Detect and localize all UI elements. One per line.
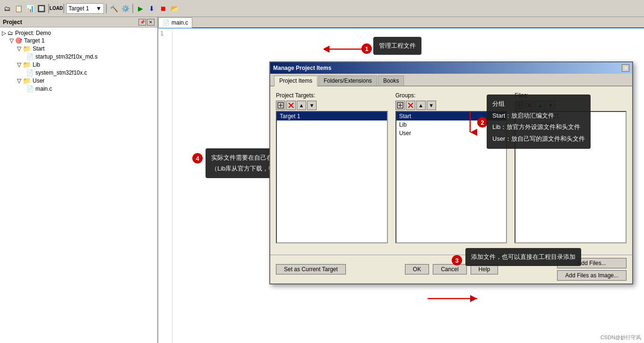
groups-toolbar: ▲ ▼ xyxy=(395,101,507,110)
project-tree: ▷ 🗂 Project: Demo ▽ 🎯 Target 1 ▽ 📁 Start xyxy=(0,27,157,343)
toolbar-icon-4[interactable]: 🔲 xyxy=(36,3,46,14)
tab-label: main.c xyxy=(172,19,188,26)
groups-up-btn[interactable]: ▲ xyxy=(416,101,426,110)
files-toolbar: ▲ ▼ xyxy=(515,101,627,110)
target-label: Target 1 xyxy=(69,5,89,12)
footer-left: Set as Current Target xyxy=(276,264,346,274)
panel-pin-btn[interactable]: 📌 xyxy=(138,19,146,26)
tree-item-startup[interactable]: 📄 startup_stm32f10x_md.s xyxy=(0,53,157,60)
groups-delete-btn[interactable] xyxy=(406,101,415,110)
toolbar-icon-stop[interactable]: ⏹ xyxy=(158,3,168,14)
groups-column: Groups: ▲ ▼ Start xyxy=(395,92,507,243)
tree-item-user[interactable]: ▽ 📁 User xyxy=(0,77,157,85)
panel-controls: 📌 ✕ xyxy=(138,19,155,26)
tree-label-lib: Lib xyxy=(33,61,40,68)
files-delete-btn[interactable] xyxy=(525,101,534,110)
targets-toolbar: ▲ ▼ xyxy=(276,101,388,110)
dialog-tab-project-items[interactable]: Project Items xyxy=(274,76,318,86)
dialog-tab-folders[interactable]: Folders/Extensions xyxy=(318,76,377,86)
toolbar-icon-1[interactable]: 🗂 xyxy=(2,3,12,14)
toolbar-icon-manage[interactable]: 📂 xyxy=(169,3,180,14)
file-item-1[interactable]: startup_stm32f1... xyxy=(515,112,626,120)
dialog-tabs: Project Items Folders/Extensions Books xyxy=(270,74,632,86)
toolbar-separator-3 xyxy=(106,4,107,13)
tab-main-c[interactable]: 📄 main.c xyxy=(158,17,192,28)
ok-btn[interactable]: OK xyxy=(405,264,429,274)
files-label: Files: xyxy=(515,92,627,99)
tree-item-main[interactable]: 📄 main.c xyxy=(0,85,157,93)
dialog-title: Manage Project Items xyxy=(273,65,331,71)
tab-icon: 📄 xyxy=(163,19,170,26)
files-down-btn[interactable]: ▼ xyxy=(546,101,555,110)
panel-title: Project xyxy=(3,19,22,26)
files-new-btn[interactable] xyxy=(515,101,524,110)
set-current-target-btn[interactable]: Set as Current Target xyxy=(276,264,346,274)
line-numbers: 1 xyxy=(158,28,172,343)
footer-center: OK Cancel Help xyxy=(405,264,498,274)
help-btn[interactable]: Help xyxy=(471,264,498,274)
tree-item-lib[interactable]: ▽ 📁 Lib xyxy=(0,60,157,69)
toolbar-icon-load[interactable]: LOAD xyxy=(51,3,61,14)
tree-label-start: Start xyxy=(33,45,44,52)
groups-down-btn[interactable]: ▼ xyxy=(427,101,436,110)
tree-item-target[interactable]: ▽ 🎯 Target 1 xyxy=(0,37,157,44)
tree-item-start[interactable]: ▽ 📁 Start xyxy=(0,44,157,53)
files-column: Files: ▲ ▼ startup_stm32f1... startup xyxy=(515,92,627,243)
groups-new-btn[interactable] xyxy=(395,101,405,110)
groups-label: Groups: xyxy=(395,92,507,99)
targets-list[interactable]: Target 1 xyxy=(276,111,388,243)
manage-project-dialog[interactable]: Manage Project Items ✕ Project Items Fol… xyxy=(269,61,633,284)
tree-item-root[interactable]: ▷ 🗂 Project: Demo xyxy=(0,29,157,37)
tooltip-1: 管理工程文件 xyxy=(373,37,421,55)
add-files-image-btn[interactable]: Add Files as Image... xyxy=(557,270,627,281)
toolbar-icon-rebuild[interactable]: ⚙️ xyxy=(120,3,130,14)
panel-header: Project 📌 ✕ xyxy=(0,17,157,27)
target-dropdown[interactable]: Target 1 ▼ xyxy=(66,3,104,14)
tab-bar: 📄 main.c xyxy=(158,17,644,28)
toolbar-icon-flash[interactable]: ⬇ xyxy=(146,3,157,14)
tree-label-root: Project: Demo xyxy=(15,30,51,36)
project-targets-label: Project Targets: xyxy=(276,92,388,99)
toolbar-icon-2[interactable]: 📋 xyxy=(13,3,24,14)
targets-down-btn[interactable]: ▼ xyxy=(307,101,317,110)
dropdown-arrow: ▼ xyxy=(96,5,102,12)
toolbar-separator-4 xyxy=(132,4,133,13)
tree-icon-start: ▽ xyxy=(17,45,21,52)
file-item-2[interactable]: startup_stm32... xyxy=(515,120,626,129)
dialog-titlebar: Manage Project Items ✕ xyxy=(270,62,632,74)
targets-new-btn[interactable] xyxy=(276,101,285,110)
tree-icon-user: ▽ xyxy=(17,77,21,84)
project-panel: Project 📌 ✕ ▷ 🗂 Project: Demo ▽ 🎯 Target… xyxy=(0,17,158,343)
dialog-body: Project Targets: ▲ ▼ Target 1 xyxy=(270,86,632,255)
cancel-btn[interactable]: Cancel xyxy=(433,264,466,274)
project-targets-column: Project Targets: ▲ ▼ Target 1 xyxy=(276,92,388,243)
toolbar-icon-build[interactable]: 🔨 xyxy=(109,3,119,14)
watermark: CSDN@妙行守风 xyxy=(601,334,641,341)
annotation-badge-4: 4 xyxy=(192,153,203,163)
groups-list[interactable]: Start Lib User xyxy=(395,111,507,243)
dialog-close-btn[interactable]: ✕ xyxy=(622,64,629,72)
toolbar-icon-3[interactable]: 📊 xyxy=(25,3,35,14)
tree-icon-target: ▽ xyxy=(9,37,14,44)
target-item-1[interactable]: Target 1 xyxy=(277,112,387,120)
tree-label-target: Target 1 xyxy=(24,37,44,44)
toolbar-separator-1 xyxy=(48,4,49,13)
add-files-btn[interactable]: Add Files... xyxy=(557,258,627,268)
tree-icon-lib: ▽ xyxy=(17,61,21,68)
group-item-start[interactable]: Start xyxy=(396,112,507,120)
dialog-tab-books[interactable]: Books xyxy=(378,76,404,86)
arrow-1 xyxy=(324,40,366,59)
footer-right: Add Files... Add Files as Image... xyxy=(557,258,627,281)
toolbar-icon-debug[interactable]: ▶ xyxy=(135,3,146,14)
panel-close-btn[interactable]: ✕ xyxy=(147,19,155,26)
targets-delete-btn[interactable] xyxy=(286,101,296,110)
tree-label-main: main.c xyxy=(35,86,52,92)
files-up-btn[interactable]: ▲ xyxy=(535,101,545,110)
group-item-lib[interactable]: Lib xyxy=(396,120,507,129)
tree-label-system: system_stm32f10x.c xyxy=(35,69,87,76)
dialog-columns: Project Targets: ▲ ▼ Target 1 xyxy=(276,92,627,243)
group-item-user[interactable]: User xyxy=(396,129,507,137)
targets-up-btn[interactable]: ▲ xyxy=(297,101,306,110)
files-list[interactable]: startup_stm32f1... startup_stm32... xyxy=(515,111,627,243)
tree-item-system[interactable]: 📄 system_stm32f10x.c xyxy=(0,69,157,77)
